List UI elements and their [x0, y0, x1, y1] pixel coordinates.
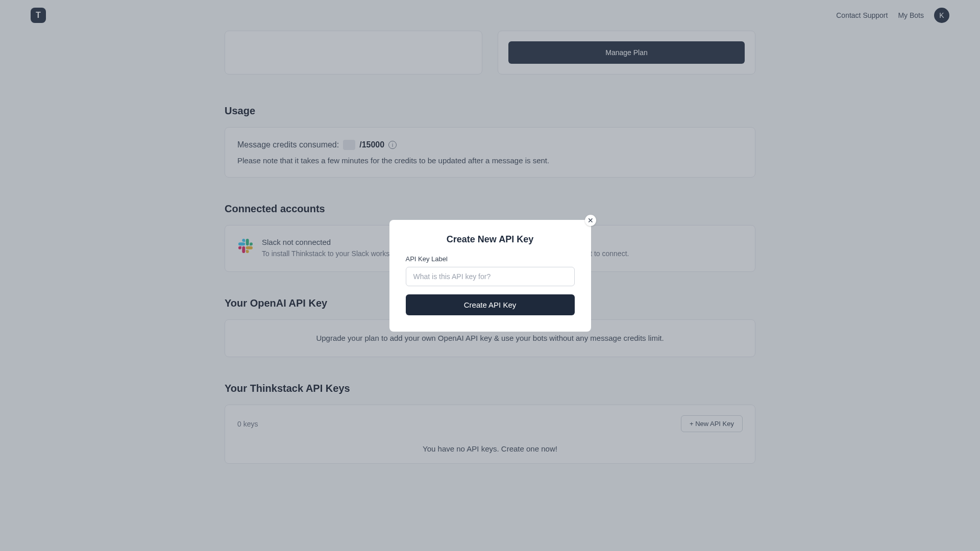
modal-title: Create New API Key [406, 234, 575, 245]
create-api-key-button[interactable]: Create API Key [406, 294, 575, 315]
create-api-key-modal: ✕ Create New API Key API Key Label Creat… [389, 220, 591, 332]
api-key-label-label: API Key Label [406, 255, 575, 263]
api-key-label-input[interactable] [406, 267, 575, 286]
modal-close-button[interactable]: ✕ [585, 215, 596, 226]
modal-overlay[interactable]: ✕ Create New API Key API Key Label Creat… [0, 0, 980, 551]
